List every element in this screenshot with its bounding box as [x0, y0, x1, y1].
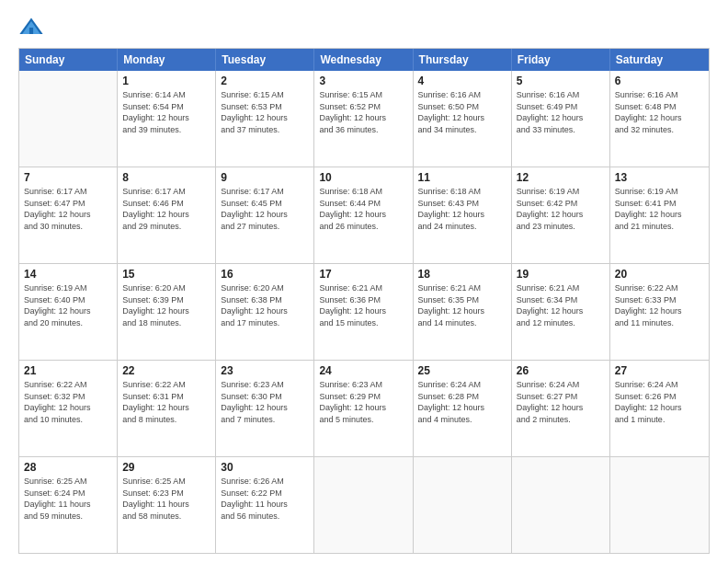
- page: SundayMondayTuesdayWednesdayThursdayFrid…: [0, 0, 728, 563]
- calendar-cell: 10Sunrise: 6:18 AM Sunset: 6:44 PM Dayli…: [314, 167, 413, 263]
- day-info: Sunrise: 6:24 AM Sunset: 6:27 PM Dayligh…: [517, 379, 605, 425]
- day-number: 12: [517, 170, 605, 185]
- calendar-cell: 11Sunrise: 6:18 AM Sunset: 6:43 PM Dayli…: [414, 167, 512, 263]
- day-number: 10: [319, 170, 407, 185]
- calendar-cell: 9Sunrise: 6:17 AM Sunset: 6:45 PM Daylig…: [216, 167, 314, 263]
- calendar-cell: 6Sunrise: 6:16 AM Sunset: 6:48 PM Daylig…: [610, 71, 709, 167]
- calendar-cell: 21Sunrise: 6:22 AM Sunset: 6:32 PM Dayli…: [19, 361, 118, 456]
- day-info: Sunrise: 6:25 AM Sunset: 6:24 PM Dayligh…: [24, 476, 112, 522]
- calendar-cell: 22Sunrise: 6:22 AM Sunset: 6:31 PM Dayli…: [118, 361, 216, 456]
- header-day-tuesday: Tuesday: [216, 49, 314, 71]
- day-info: Sunrise: 6:19 AM Sunset: 6:40 PM Dayligh…: [24, 282, 112, 328]
- day-info: Sunrise: 6:26 AM Sunset: 6:22 PM Dayligh…: [221, 476, 309, 522]
- calendar-cell: 8Sunrise: 6:17 AM Sunset: 6:46 PM Daylig…: [118, 167, 216, 263]
- calendar-cell: 12Sunrise: 6:19 AM Sunset: 6:42 PM Dayli…: [512, 167, 610, 263]
- day-info: Sunrise: 6:16 AM Sunset: 6:49 PM Dayligh…: [517, 89, 605, 135]
- logo: [18, 15, 48, 40]
- day-info: Sunrise: 6:17 AM Sunset: 6:45 PM Dayligh…: [221, 186, 309, 232]
- day-info: Sunrise: 6:21 AM Sunset: 6:35 PM Dayligh…: [418, 282, 506, 328]
- day-number: 21: [24, 363, 112, 378]
- day-info: Sunrise: 6:15 AM Sunset: 6:53 PM Dayligh…: [221, 89, 309, 135]
- day-number: 15: [122, 267, 210, 282]
- header-day-monday: Monday: [118, 49, 216, 71]
- calendar-cell: [414, 457, 512, 553]
- day-number: 17: [319, 267, 407, 282]
- calendar-cell: 2Sunrise: 6:15 AM Sunset: 6:53 PM Daylig…: [216, 71, 314, 167]
- day-info: Sunrise: 6:20 AM Sunset: 6:38 PM Dayligh…: [221, 282, 309, 328]
- calendar-cell: 18Sunrise: 6:21 AM Sunset: 6:35 PM Dayli…: [414, 264, 512, 360]
- day-number: 28: [24, 460, 112, 475]
- day-number: 20: [615, 267, 704, 282]
- day-info: Sunrise: 6:22 AM Sunset: 6:31 PM Dayligh…: [122, 379, 210, 425]
- day-number: 23: [221, 363, 309, 378]
- day-info: Sunrise: 6:21 AM Sunset: 6:36 PM Dayligh…: [319, 282, 407, 328]
- day-number: 25: [418, 363, 506, 378]
- header: [18, 15, 710, 40]
- calendar-cell: 29Sunrise: 6:25 AM Sunset: 6:23 PM Dayli…: [118, 457, 216, 553]
- calendar-cell: 28Sunrise: 6:25 AM Sunset: 6:24 PM Dayli…: [19, 457, 118, 553]
- calendar-row-4: 21Sunrise: 6:22 AM Sunset: 6:32 PM Dayli…: [19, 360, 709, 456]
- calendar-cell: 1Sunrise: 6:14 AM Sunset: 6:54 PM Daylig…: [118, 71, 216, 167]
- day-info: Sunrise: 6:16 AM Sunset: 6:48 PM Dayligh…: [615, 89, 704, 135]
- day-info: Sunrise: 6:17 AM Sunset: 6:47 PM Dayligh…: [24, 186, 112, 232]
- day-number: 1: [122, 74, 210, 88]
- day-number: 9: [221, 170, 309, 185]
- calendar-cell: 26Sunrise: 6:24 AM Sunset: 6:27 PM Dayli…: [512, 361, 610, 456]
- calendar-cell: 13Sunrise: 6:19 AM Sunset: 6:41 PM Dayli…: [610, 167, 709, 263]
- day-info: Sunrise: 6:20 AM Sunset: 6:39 PM Dayligh…: [122, 282, 210, 328]
- day-info: Sunrise: 6:24 AM Sunset: 6:28 PM Dayligh…: [418, 379, 506, 425]
- day-number: 19: [517, 267, 605, 282]
- day-number: 8: [122, 170, 210, 185]
- day-number: 26: [517, 363, 605, 378]
- day-number: 29: [122, 460, 210, 475]
- day-number: 4: [418, 74, 506, 88]
- day-info: Sunrise: 6:22 AM Sunset: 6:33 PM Dayligh…: [615, 282, 704, 328]
- calendar-cell: 16Sunrise: 6:20 AM Sunset: 6:38 PM Dayli…: [216, 264, 314, 360]
- calendar-cell: 5Sunrise: 6:16 AM Sunset: 6:49 PM Daylig…: [512, 71, 610, 167]
- day-info: Sunrise: 6:22 AM Sunset: 6:32 PM Dayligh…: [24, 379, 112, 425]
- day-info: Sunrise: 6:18 AM Sunset: 6:44 PM Dayligh…: [319, 186, 407, 232]
- header-day-sunday: Sunday: [19, 49, 118, 71]
- day-info: Sunrise: 6:23 AM Sunset: 6:30 PM Dayligh…: [221, 379, 309, 425]
- calendar-cell: 20Sunrise: 6:22 AM Sunset: 6:33 PM Dayli…: [610, 264, 709, 360]
- header-day-saturday: Saturday: [610, 49, 709, 71]
- header-day-friday: Friday: [512, 49, 610, 71]
- calendar-row-5: 28Sunrise: 6:25 AM Sunset: 6:24 PM Dayli…: [19, 456, 709, 553]
- calendar-header: SundayMondayTuesdayWednesdayThursdayFrid…: [19, 49, 709, 71]
- calendar-cell: 3Sunrise: 6:15 AM Sunset: 6:52 PM Daylig…: [314, 71, 413, 167]
- day-info: Sunrise: 6:18 AM Sunset: 6:43 PM Dayligh…: [418, 186, 506, 232]
- day-number: 22: [122, 363, 210, 378]
- day-number: 3: [319, 74, 407, 88]
- day-number: 27: [615, 363, 704, 378]
- day-number: 7: [24, 170, 112, 185]
- calendar-cell: 27Sunrise: 6:24 AM Sunset: 6:26 PM Dayli…: [610, 361, 709, 456]
- header-day-thursday: Thursday: [414, 49, 512, 71]
- calendar-cell: 24Sunrise: 6:23 AM Sunset: 6:29 PM Dayli…: [314, 361, 413, 456]
- calendar: SundayMondayTuesdayWednesdayThursdayFrid…: [18, 48, 710, 554]
- calendar-row-3: 14Sunrise: 6:19 AM Sunset: 6:40 PM Dayli…: [19, 263, 709, 360]
- day-number: 14: [24, 267, 112, 282]
- calendar-row-1: 1Sunrise: 6:14 AM Sunset: 6:54 PM Daylig…: [19, 71, 709, 167]
- day-number: 2: [221, 74, 309, 88]
- calendar-cell: 23Sunrise: 6:23 AM Sunset: 6:30 PM Dayli…: [216, 361, 314, 456]
- calendar-cell: 14Sunrise: 6:19 AM Sunset: 6:40 PM Dayli…: [19, 264, 118, 360]
- calendar-cell: 17Sunrise: 6:21 AM Sunset: 6:36 PM Dayli…: [314, 264, 413, 360]
- svg-rect-2: [29, 28, 33, 34]
- day-info: Sunrise: 6:21 AM Sunset: 6:34 PM Dayligh…: [517, 282, 605, 328]
- calendar-cell: 30Sunrise: 6:26 AM Sunset: 6:22 PM Dayli…: [216, 457, 314, 553]
- day-number: 24: [319, 363, 407, 378]
- calendar-cell: [314, 457, 413, 553]
- day-number: 13: [615, 170, 704, 185]
- day-info: Sunrise: 6:25 AM Sunset: 6:23 PM Dayligh…: [122, 476, 210, 522]
- calendar-cell: [19, 71, 118, 167]
- day-info: Sunrise: 6:17 AM Sunset: 6:46 PM Dayligh…: [122, 186, 210, 232]
- day-info: Sunrise: 6:19 AM Sunset: 6:41 PM Dayligh…: [615, 186, 704, 232]
- calendar-cell: 25Sunrise: 6:24 AM Sunset: 6:28 PM Dayli…: [414, 361, 512, 456]
- day-number: 6: [615, 74, 704, 88]
- day-info: Sunrise: 6:14 AM Sunset: 6:54 PM Dayligh…: [122, 89, 210, 135]
- day-number: 18: [418, 267, 506, 282]
- day-number: 11: [418, 170, 506, 185]
- logo-icon: [18, 15, 44, 40]
- day-number: 16: [221, 267, 309, 282]
- calendar-cell: [610, 457, 709, 553]
